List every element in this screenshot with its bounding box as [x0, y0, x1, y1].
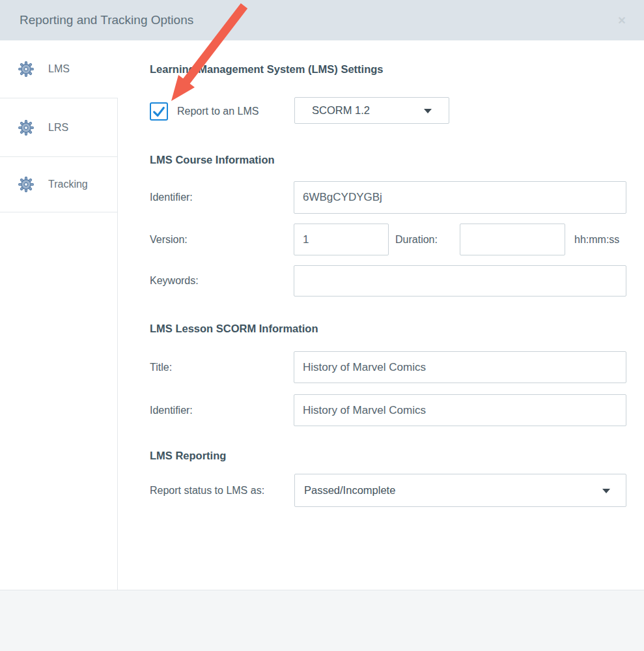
lms-standard-dropdown[interactable]: SCORM 1.2 — [294, 97, 449, 124]
course-info-heading: LMS Course Information — [150, 154, 275, 166]
lms-standard-value: SCORM 1.2 — [295, 104, 370, 117]
report-status-value: Passed/Incomplete — [295, 484, 395, 497]
dialog-titlebar: Reporting and Tracking Options ✕ — [0, 0, 644, 40]
keywords-label: Keywords: — [150, 265, 199, 297]
lesson-title-input[interactable] — [294, 351, 626, 383]
close-icon[interactable]: ✕ — [611, 9, 633, 31]
scorm-info-heading: LMS Lesson SCORM Information — [150, 323, 318, 335]
duration-format-label: hh:mm:ss — [574, 224, 619, 255]
report-to-lms-checkbox[interactable] — [150, 102, 168, 121]
duration-label: Duration: — [395, 224, 438, 255]
sidebar-item-lrs[interactable]: LRS — [0, 98, 117, 156]
gear-icon — [18, 177, 34, 192]
sidebar-item-label: LMS — [48, 63, 70, 75]
dialog-footer: i LEARN MORE... OK CANCEL — [0, 590, 644, 651]
sidebar-item-label: LRS — [48, 122, 68, 134]
caret-down-icon — [602, 489, 610, 493]
version-input[interactable] — [294, 224, 389, 255]
sidebar-item-label: Tracking — [48, 179, 88, 190]
sidebar-item-tracking[interactable]: Tracking — [0, 157, 117, 212]
gear-icon — [18, 120, 34, 136]
reporting-tracking-dialog: Reporting and Tracking Options ✕ — [0, 0, 644, 651]
lesson-identifier-input[interactable] — [294, 394, 626, 426]
checkmark-icon — [152, 104, 166, 119]
keywords-input[interactable] — [294, 265, 626, 297]
lms-reporting-heading: LMS Reporting — [150, 450, 226, 462]
identifier-label: Identifier: — [150, 181, 193, 214]
dialog-title: Reporting and Tracking Options — [20, 0, 193, 40]
gear-icon — [18, 61, 34, 77]
lesson-title-label: Title: — [150, 351, 172, 383]
report-status-label: Report status to LMS as: — [150, 474, 264, 507]
sidebar-right-border — [117, 98, 118, 590]
identifier-input[interactable] — [294, 181, 626, 214]
lesson-identifier-label: Identifier: — [150, 394, 193, 426]
duration-input[interactable] — [460, 224, 565, 255]
sidebar-divider — [0, 212, 118, 212]
sidebar-item-lms[interactable]: LMS — [0, 40, 117, 98]
caret-down-icon — [424, 109, 432, 113]
lms-settings-heading: Learning Management System (LMS) Setting… — [150, 63, 383, 76]
report-to-lms-label: Report to an LMS — [177, 102, 259, 121]
report-status-dropdown[interactable]: Passed/Incomplete — [294, 474, 626, 507]
version-label: Version: — [150, 224, 188, 255]
